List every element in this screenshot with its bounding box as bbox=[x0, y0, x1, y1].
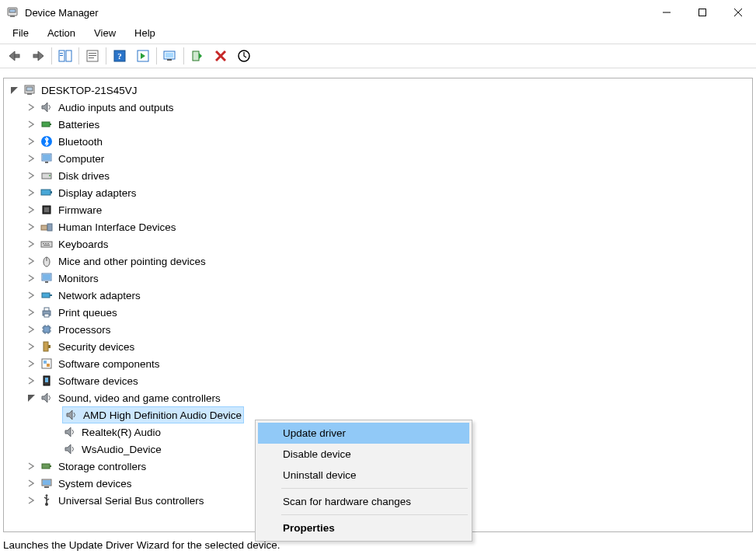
expand-icon[interactable] bbox=[26, 239, 37, 249]
tree-category[interactable]: Software devices bbox=[7, 372, 752, 389]
svg-rect-71 bbox=[44, 361, 47, 364]
context-menu: Update driver Disable device Uninstall d… bbox=[255, 420, 472, 542]
expand-icon[interactable] bbox=[26, 187, 37, 198]
expand-icon[interactable] bbox=[26, 495, 37, 506]
category-label: System devices bbox=[58, 478, 132, 490]
close-button[interactable] bbox=[720, 0, 756, 25]
audio-icon bbox=[63, 425, 77, 439]
scan-hardware-button[interactable] bbox=[234, 47, 254, 65]
ctx-disable-device[interactable]: Disable device bbox=[258, 444, 469, 465]
tree-category[interactable]: Audio inputs and outputs bbox=[7, 99, 752, 116]
software-component-icon bbox=[40, 357, 54, 371]
monitor-icon bbox=[40, 271, 54, 285]
expand-icon[interactable] bbox=[26, 119, 37, 130]
menu-action[interactable]: Action bbox=[40, 26, 83, 40]
tree-category[interactable]: Disk drives bbox=[7, 167, 752, 184]
titlebar: Device Manager bbox=[0, 0, 756, 25]
expand-icon[interactable] bbox=[26, 461, 37, 472]
toolbar: ? bbox=[0, 44, 756, 68]
update-driver-button[interactable] bbox=[160, 47, 180, 65]
tree-category[interactable]: Display adapters bbox=[7, 184, 752, 201]
expand-icon[interactable] bbox=[26, 204, 37, 215]
svg-rect-23 bbox=[193, 51, 199, 61]
audio-icon bbox=[63, 442, 77, 456]
tree-category[interactable]: Print queues bbox=[7, 304, 752, 321]
svg-rect-8 bbox=[33, 54, 38, 57]
tree-root[interactable]: DESKTOP-21S45VJ bbox=[7, 82, 752, 99]
tree-category[interactable]: Mice and other pointing devices bbox=[7, 253, 752, 270]
svg-rect-42 bbox=[41, 225, 47, 230]
svg-rect-29 bbox=[27, 93, 32, 95]
ctx-properties[interactable]: Properties bbox=[258, 517, 469, 538]
tree-category[interactable]: Keyboards bbox=[7, 235, 752, 253]
menu-file[interactable]: File bbox=[5, 26, 37, 40]
expand-icon[interactable] bbox=[26, 341, 37, 352]
expand-icon[interactable] bbox=[26, 256, 37, 267]
svg-rect-59 bbox=[44, 326, 50, 333]
properties-button[interactable] bbox=[82, 47, 103, 65]
svg-rect-7 bbox=[15, 54, 19, 57]
device-label: WsAudio_Device bbox=[82, 444, 162, 455]
ctx-uninstall-device[interactable]: Uninstall device bbox=[258, 465, 469, 486]
show-hide-console-button[interactable] bbox=[55, 47, 75, 65]
menu-help[interactable]: Help bbox=[127, 26, 163, 40]
action-button[interactable] bbox=[133, 47, 153, 65]
svg-rect-55 bbox=[50, 294, 52, 296]
maximize-button[interactable] bbox=[685, 0, 720, 25]
tree-category[interactable]: Software components bbox=[7, 355, 752, 372]
minimize-button[interactable] bbox=[649, 0, 685, 25]
expand-icon[interactable] bbox=[26, 324, 37, 335]
forward-button[interactable] bbox=[28, 47, 48, 65]
processor-icon bbox=[40, 322, 54, 336]
expand-icon[interactable] bbox=[26, 290, 37, 301]
system-icon bbox=[40, 476, 54, 490]
svg-rect-57 bbox=[44, 308, 49, 311]
help-button[interactable]: ? bbox=[110, 47, 130, 65]
expand-icon[interactable] bbox=[9, 85, 19, 96]
svg-text:?: ? bbox=[117, 51, 122, 61]
expand-icon[interactable] bbox=[26, 375, 37, 386]
tree-category[interactable]: Network adapters bbox=[7, 287, 752, 304]
menu-view[interactable]: View bbox=[86, 26, 124, 40]
tree-category[interactable]: Monitors bbox=[7, 270, 752, 287]
svg-rect-22 bbox=[167, 59, 172, 61]
category-label: Security devices bbox=[58, 341, 134, 353]
tree-category[interactable]: Bluetooth bbox=[7, 133, 752, 150]
audio-icon bbox=[40, 100, 54, 114]
expand-icon[interactable] bbox=[26, 358, 37, 369]
uninstall-button[interactable] bbox=[211, 47, 231, 65]
expand-icon[interactable] bbox=[26, 478, 37, 489]
expand-icon[interactable] bbox=[26, 307, 37, 318]
ctx-separator bbox=[281, 488, 468, 489]
tree-category[interactable]: Firmware bbox=[7, 201, 752, 218]
expand-icon[interactable] bbox=[26, 170, 37, 181]
category-label: Human Interface Devices bbox=[58, 221, 176, 233]
svg-point-37 bbox=[49, 175, 51, 176]
svg-rect-54 bbox=[42, 293, 50, 298]
tree-category[interactable]: Computer bbox=[7, 150, 752, 167]
tree-category[interactable]: Security devices bbox=[7, 338, 752, 355]
expand-icon[interactable] bbox=[26, 153, 37, 164]
svg-rect-46 bbox=[45, 243, 47, 244]
firmware-icon bbox=[40, 203, 54, 217]
tree-root-label: DESKTOP-21S45VJ bbox=[41, 85, 138, 96]
expand-icon[interactable] bbox=[26, 136, 37, 147]
tree-category-sound[interactable]: Sound, video and game controllers bbox=[7, 389, 752, 406]
enable-device-button[interactable] bbox=[187, 47, 207, 65]
tree-category[interactable]: Batteries bbox=[7, 116, 752, 133]
ctx-separator bbox=[281, 514, 468, 515]
expand-icon[interactable] bbox=[26, 102, 37, 113]
mouse-icon bbox=[40, 254, 54, 268]
battery-icon bbox=[40, 117, 54, 131]
category-label: Bluetooth bbox=[58, 136, 103, 148]
collapse-icon[interactable] bbox=[26, 392, 37, 403]
device-label: Realtek(R) Audio bbox=[82, 427, 161, 438]
back-button[interactable] bbox=[5, 47, 25, 65]
tree-category[interactable]: Processors bbox=[7, 321, 752, 338]
expand-icon[interactable] bbox=[26, 273, 37, 284]
expand-icon[interactable] bbox=[26, 221, 37, 232]
ctx-update-driver[interactable]: Update driver bbox=[258, 423, 469, 444]
tree-category[interactable]: Human Interface Devices bbox=[7, 218, 752, 235]
svg-rect-10 bbox=[66, 51, 71, 61]
ctx-scan-hardware[interactable]: Scan for hardware changes bbox=[258, 491, 469, 512]
